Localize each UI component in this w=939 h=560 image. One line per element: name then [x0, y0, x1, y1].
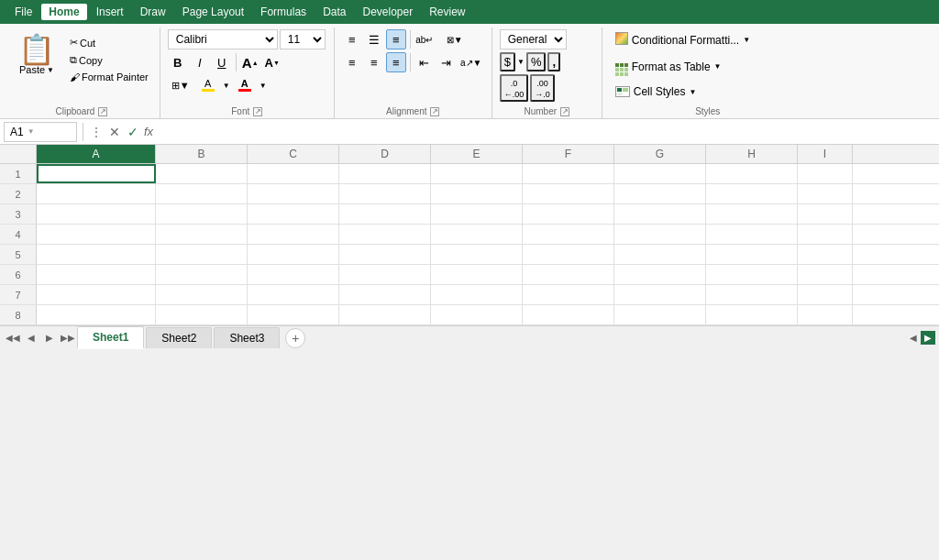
- format-painter-button[interactable]: 🖌 Format Painter: [66, 70, 152, 84]
- cancel-formula-icon[interactable]: ✕: [107, 125, 122, 139]
- sheet-tab-sheet2[interactable]: Sheet2: [146, 327, 212, 348]
- col-header-i[interactable]: I: [798, 145, 853, 163]
- cell-a8[interactable]: [37, 305, 156, 324]
- cell-b8[interactable]: [156, 305, 248, 324]
- cell-g2[interactable]: [614, 184, 706, 203]
- cell-e5[interactable]: [431, 245, 523, 264]
- cell-g3[interactable]: [614, 204, 706, 224]
- menu-draw[interactable]: Draw: [133, 4, 173, 20]
- cell-b5[interactable]: [156, 245, 248, 264]
- cell-a7[interactable]: [37, 285, 156, 304]
- fat-dropdown-icon[interactable]: ▼: [714, 62, 722, 71]
- sheet-nav-next[interactable]: ▶: [40, 329, 59, 347]
- alignment-dialog-launcher[interactable]: ↗: [430, 107, 439, 116]
- col-header-g[interactable]: G: [614, 145, 706, 163]
- orientation-button[interactable]: a↗▼: [458, 52, 484, 72]
- cell-h6[interactable]: [706, 265, 798, 284]
- paste-dropdown[interactable]: ▼: [47, 66, 54, 74]
- cell-g7[interactable]: [614, 285, 706, 304]
- sheet-nav-last[interactable]: ▶▶: [59, 329, 77, 347]
- cell-i8[interactable]: [798, 305, 853, 324]
- cell-c2[interactable]: [248, 184, 339, 203]
- menu-home[interactable]: Home: [41, 4, 86, 20]
- cell-f8[interactable]: [523, 305, 614, 324]
- cell-g1[interactable]: [614, 164, 706, 183]
- wrap-text-button[interactable]: ab↵: [414, 29, 435, 49]
- cell-e7[interactable]: [431, 285, 523, 304]
- cell-b7[interactable]: [156, 285, 248, 304]
- number-format-selector[interactable]: General: [500, 29, 567, 49]
- cell-a4[interactable]: [37, 225, 156, 244]
- underline-button[interactable]: U: [212, 52, 232, 72]
- scroll-right-icon[interactable]: ▶: [921, 331, 935, 345]
- cell-d8[interactable]: [339, 305, 431, 324]
- menu-page-layout[interactable]: Page Layout: [175, 4, 251, 20]
- cell-a6[interactable]: [37, 265, 156, 284]
- percent-button[interactable]: %: [526, 52, 547, 71]
- cell-d2[interactable]: [339, 184, 431, 203]
- cell-b2[interactable]: [156, 184, 248, 203]
- align-right-button[interactable]: ≡: [386, 52, 406, 72]
- sheet-tab-sheet1[interactable]: Sheet1: [77, 326, 144, 349]
- menu-review[interactable]: Review: [422, 4, 472, 20]
- cell-f6[interactable]: [523, 265, 614, 284]
- scroll-left-icon[interactable]: ◀: [910, 333, 917, 343]
- cell-h4[interactable]: [706, 225, 798, 244]
- clipboard-dialog-launcher[interactable]: ↗: [98, 107, 107, 116]
- font-color-dropdown-icon[interactable]: ▼: [260, 82, 267, 90]
- cell-f1[interactable]: [523, 164, 614, 183]
- menu-insert[interactable]: Insert: [89, 4, 131, 20]
- cell-f7[interactable]: [523, 285, 614, 304]
- cell-g5[interactable]: [614, 245, 706, 264]
- font-dialog-launcher[interactable]: ↗: [253, 107, 262, 116]
- menu-formulas[interactable]: Formulas: [253, 4, 314, 20]
- fill-dropdown-icon[interactable]: ▼: [223, 82, 230, 90]
- cell-f2[interactable]: [523, 184, 614, 203]
- menu-file[interactable]: File: [7, 4, 39, 20]
- cell-c7[interactable]: [248, 285, 339, 304]
- format-as-table-button[interactable]: Format as Table ▼: [610, 54, 756, 79]
- cell-e1[interactable]: [431, 164, 523, 183]
- conditional-formatting-button[interactable]: Conditional Formatti... ▼: [610, 29, 756, 50]
- align-left-button[interactable]: ≡: [342, 52, 362, 72]
- col-header-c[interactable]: C: [248, 145, 339, 163]
- formula-input[interactable]: [157, 122, 935, 142]
- cell-h2[interactable]: [706, 184, 798, 203]
- cell-b1[interactable]: [156, 164, 248, 183]
- cell-i3[interactable]: [798, 204, 853, 224]
- decrease-indent-button[interactable]: ⇤: [414, 52, 435, 72]
- cell-c4[interactable]: [248, 225, 339, 244]
- menu-data[interactable]: Data: [315, 4, 353, 20]
- number-dialog-launcher[interactable]: ↗: [560, 107, 569, 116]
- cell-i4[interactable]: [798, 225, 853, 244]
- cell-styles-button[interactable]: Cell Styles ▼: [610, 82, 756, 101]
- cf-dropdown-icon[interactable]: ▼: [743, 36, 750, 44]
- cell-d4[interactable]: [339, 225, 431, 244]
- increase-indent-button[interactable]: ⇥: [436, 52, 457, 72]
- sheet-tab-sheet3[interactable]: Sheet3: [214, 327, 280, 348]
- col-header-f[interactable]: F: [523, 145, 614, 163]
- cell-d5[interactable]: [339, 245, 431, 264]
- cell-d6[interactable]: [339, 265, 431, 284]
- cell-d3[interactable]: [339, 204, 431, 224]
- cell-e3[interactable]: [431, 204, 523, 224]
- comma-button[interactable]: ,: [547, 52, 560, 71]
- font-color-button[interactable]: A: [232, 75, 258, 95]
- cell-c8[interactable]: [248, 305, 339, 324]
- cell-reference-box[interactable]: A1 ▼: [4, 122, 77, 142]
- currency-button[interactable]: $: [500, 52, 515, 71]
- increase-decimal-button[interactable]: .00→.0: [530, 74, 555, 102]
- decrease-decimal-button[interactable]: .0←.00: [500, 74, 529, 102]
- cell-i1[interactable]: [798, 164, 853, 183]
- cell-i2[interactable]: [798, 184, 853, 203]
- menu-developer[interactable]: Developer: [355, 4, 420, 20]
- cell-d1[interactable]: [339, 164, 431, 183]
- align-center-button[interactable]: ≡: [364, 52, 384, 72]
- cell-f3[interactable]: [523, 204, 614, 224]
- confirm-formula-icon[interactable]: ✓: [126, 125, 140, 139]
- cell-a3[interactable]: [37, 204, 156, 224]
- cell-c3[interactable]: [248, 204, 339, 224]
- cell-b6[interactable]: [156, 265, 248, 284]
- cell-e4[interactable]: [431, 225, 523, 244]
- cell-g4[interactable]: [614, 225, 706, 244]
